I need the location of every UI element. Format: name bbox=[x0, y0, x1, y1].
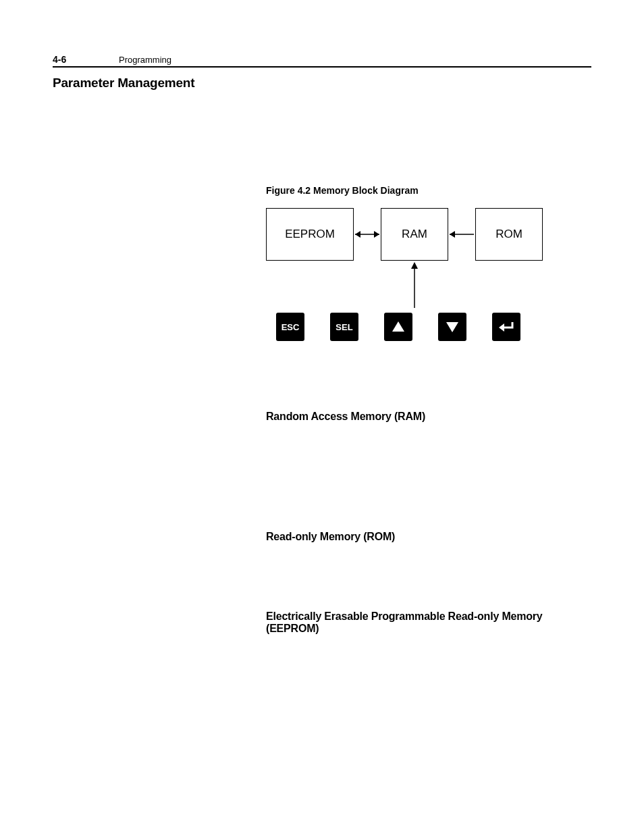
svg-marker-6 bbox=[411, 262, 418, 269]
ram-heading: Random Access Memory (RAM) bbox=[266, 411, 591, 423]
page-header: 4-6 Programming bbox=[53, 54, 591, 68]
eeprom-heading: Electrically Erasable Programmable Read-… bbox=[266, 610, 576, 635]
enter-key-icon bbox=[492, 313, 520, 341]
svg-marker-2 bbox=[374, 231, 379, 238]
svg-marker-9 bbox=[499, 323, 504, 332]
memory-block-diagram: EEPROM RAM ROM ESC SEL bbox=[266, 208, 549, 350]
page-number: 4-6 bbox=[53, 54, 119, 65]
sel-key-icon: SEL bbox=[330, 313, 358, 341]
chapter-title: Programming bbox=[119, 55, 171, 65]
content-column: Figure 4.2 Memory Block Diagram EEPROM R… bbox=[266, 185, 591, 635]
esc-key-icon: ESC bbox=[276, 313, 304, 341]
svg-marker-8 bbox=[446, 322, 458, 332]
rom-heading: Read-only Memory (ROM) bbox=[266, 531, 591, 543]
figure-caption: Figure 4.2 Memory Block Diagram bbox=[266, 185, 591, 196]
svg-marker-1 bbox=[355, 231, 360, 238]
down-key-icon bbox=[438, 313, 466, 341]
svg-marker-7 bbox=[392, 321, 404, 332]
up-key-icon bbox=[384, 313, 412, 341]
page: 4-6 Programming Parameter Management Fig… bbox=[0, 0, 644, 834]
section-heading: Parameter Management bbox=[53, 76, 591, 90]
svg-marker-4 bbox=[450, 231, 455, 238]
